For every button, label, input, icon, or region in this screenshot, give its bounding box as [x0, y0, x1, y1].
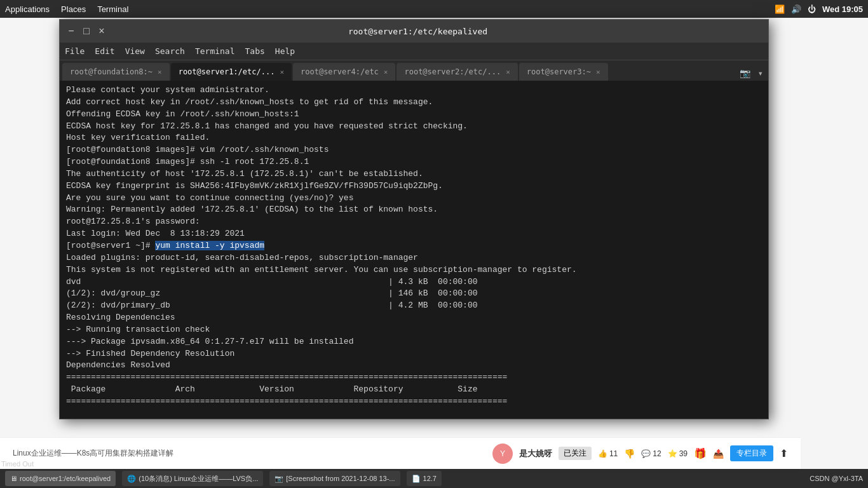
menu-view[interactable]: View: [125, 46, 145, 56]
output-line-5: [root@foundation8 images]# vim /root/.ss…: [66, 144, 762, 156]
terminal-menu[interactable]: Terminal: [97, 4, 128, 14]
new-tab-button[interactable]: 📷: [737, 67, 753, 79]
output-line-24: Dependencies Resolved: [66, 360, 762, 372]
taskbar-item-file[interactable]: 📄 12.7: [407, 471, 442, 486]
column-directory-button[interactable]: 专栏目录: [730, 445, 773, 461]
titlebar-buttons: − □ ×: [66, 26, 107, 36]
output-line-2: Offending ECDSA key in /root/.ssh/known_…: [66, 109, 762, 121]
tab-close-icon[interactable]: ×: [158, 68, 162, 76]
tab-label: root@foundation8:~: [70, 67, 153, 76]
output-line-0: Please contact your system administrator…: [66, 85, 762, 97]
taskbar-right-label: CSDN @Yxl-3TA: [810, 475, 863, 482]
output-line-19: Resolving Dependencies: [66, 312, 762, 324]
gift-icon[interactable]: 🎁: [694, 447, 707, 459]
tab-label: root@server3:~: [527, 67, 591, 76]
tabs-right-controls: 📷 ▾: [737, 67, 766, 81]
tab-close-icon[interactable]: ×: [384, 68, 388, 76]
places-menu[interactable]: Places: [61, 4, 86, 14]
output-line-26: ========================================…: [66, 372, 762, 384]
sound-icon: 🔊: [791, 4, 801, 14]
tab-label: root@server1:/etc/...: [179, 67, 275, 76]
menu-edit[interactable]: Edit: [95, 46, 114, 56]
menu-tabs[interactable]: Tabs: [245, 46, 265, 56]
output-line-27: Package Arch Version Repository Size: [66, 384, 762, 396]
output-line-18: (2/2): dvd/primary_db | 4.2 MB 00:00:00: [66, 300, 762, 312]
menu-help[interactable]: Help: [275, 46, 295, 56]
tab-server2[interactable]: root@server2:/etc/... ×: [397, 63, 517, 81]
minimize-button[interactable]: −: [66, 26, 76, 36]
tab-server1[interactable]: root@server1:/etc/... ×: [171, 63, 292, 81]
taskbar-firefox-label: (10条消息) Linux企业运维——LVS负...: [139, 474, 258, 484]
terminal-menubar: File Edit View Search Terminal Tabs Help: [60, 43, 768, 60]
output-line-9: Are you sure you want to continue connec…: [66, 193, 762, 205]
like-icon[interactable]: 👍 11: [598, 449, 618, 458]
tab-server3[interactable]: root@server3:~ ×: [519, 63, 608, 81]
close-button[interactable]: ×: [97, 26, 107, 36]
tab-close-icon[interactable]: ×: [280, 68, 284, 76]
csdn-bottom-bar: Linux企业运维——K8s高可用集群架构搭建详解 Y 是大姚呀 已关注 👍 1…: [0, 437, 801, 469]
output-line-20: --> Running transaction check: [66, 324, 762, 336]
author-avatar: Y: [492, 444, 513, 464]
file-icon: 📄: [412, 475, 421, 483]
menu-file[interactable]: File: [65, 46, 85, 56]
output-line-1: Add correct host key in /root/.ssh/known…: [66, 97, 762, 109]
menu-terminal[interactable]: Terminal: [195, 46, 235, 56]
tab-server4[interactable]: root@server4:/etc ×: [293, 63, 395, 81]
power-icon: ⏻: [808, 4, 816, 14]
output-line-3: ECDSA host key for 172.25.8.1 has change…: [66, 121, 762, 133]
taskbar-item-firefox[interactable]: 🌐 (10条消息) Linux企业运维——LVS负...: [122, 471, 263, 486]
tab-label: root@server2:/etc/...: [404, 67, 501, 76]
output-line-14: Loaded plugins: product-id, search-disab…: [66, 252, 762, 264]
dislike-icon[interactable]: 👎: [624, 449, 635, 459]
output-line-11: root@172.25.8.1's password:: [66, 216, 762, 228]
system-time: Wed 19:05: [822, 4, 863, 14]
command-line: [root@server1 ~]# yum install -y ipvsadm: [66, 240, 762, 252]
terminal-window: − □ × root@server1:/etc/keepalived File …: [59, 19, 769, 419]
timed-out-label: Timed Out: [1, 460, 34, 468]
output-line-6: [root@foundation8 images]# ssh -l root 1…: [66, 156, 762, 168]
taskbar-item-screenshot[interactable]: 📷 [Screenshot from 2021-12-08 13-...: [269, 471, 400, 486]
output-line-7: The authenticity of host '172.25.8.1 (17…: [66, 168, 762, 180]
screenshot-icon: 📷: [275, 475, 283, 483]
star-icon[interactable]: ⭐ 39: [668, 449, 688, 458]
applications-menu[interactable]: Applications: [5, 4, 50, 14]
article-title: Linux企业运维——K8s高可用集群架构搭建详解: [13, 448, 173, 459]
output-line-10: Warning: Permanently added '172.25.8.1' …: [66, 204, 762, 216]
tab-close-icon[interactable]: ×: [596, 68, 600, 76]
firefox-icon: 🌐: [127, 475, 136, 483]
output-line-21: ---> Package ipvsadm.x86_64 0:1.27-7.el7…: [66, 336, 762, 348]
terminal-icon: 🖥: [10, 475, 17, 482]
tabs-dropdown-button[interactable]: ▾: [756, 67, 766, 79]
follow-button[interactable]: 已关注: [559, 447, 592, 460]
tab-foundation8[interactable]: root@foundation8:~ ×: [62, 63, 170, 81]
output-line-28: ========================================…: [66, 396, 762, 408]
output-line-4: Host key verification failed.: [66, 132, 762, 144]
output-line-8: ECDSA key fingerprint is SHA256:4IFby8mV…: [66, 180, 762, 193]
system-bar: Applications Places Terminal 📶 🔊 ⏻ Wed 1…: [0, 0, 868, 18]
taskbar: 🖥 root@server1:/etc/keepalived 🌐 (10条消息)…: [0, 469, 868, 488]
taskbar-screenshot-label: [Screenshot from 2021-12-08 13-...: [286, 475, 395, 482]
terminal-titlebar: − □ × root@server1:/etc/keepalived: [60, 20, 768, 43]
taskbar-item-terminal[interactable]: 🖥 root@server1:/etc/keepalived: [5, 471, 116, 486]
tab-close-icon[interactable]: ×: [506, 68, 510, 76]
author-name: 是大姚呀: [519, 448, 552, 459]
output-line-16: dvd | 4.3 kB 00:00:00: [66, 276, 762, 288]
wifi-icon: 📶: [775, 4, 785, 14]
share-icon[interactable]: 📤: [713, 449, 724, 459]
output-line-15: This system is not registered with an en…: [66, 264, 762, 276]
scroll-top-icon[interactable]: ⬆: [780, 447, 788, 459]
output-line-22: --> Finished Dependency Resolution: [66, 348, 762, 360]
terminal-body: Please contact your system administrator…: [60, 81, 768, 419]
tab-label: root@server4:/etc: [301, 67, 379, 76]
comment-icon[interactable]: 💬 12: [641, 449, 661, 458]
restore-button[interactable]: □: [81, 26, 92, 36]
menu-search[interactable]: Search: [155, 46, 185, 56]
taskbar-file-label: 12.7: [423, 475, 437, 482]
output-line-12: Last login: Wed Dec 8 13:18:29 2021: [66, 228, 762, 240]
terminal-title: root@server1:/etc/keepalived: [107, 27, 729, 36]
output-line-17: (1/2): dvd/group_gz | 146 kB 00:00:00: [66, 288, 762, 300]
terminal-tabs: root@foundation8:~ × root@server1:/etc/.…: [60, 60, 768, 81]
taskbar-terminal-label: root@server1:/etc/keepalived: [20, 475, 111, 482]
